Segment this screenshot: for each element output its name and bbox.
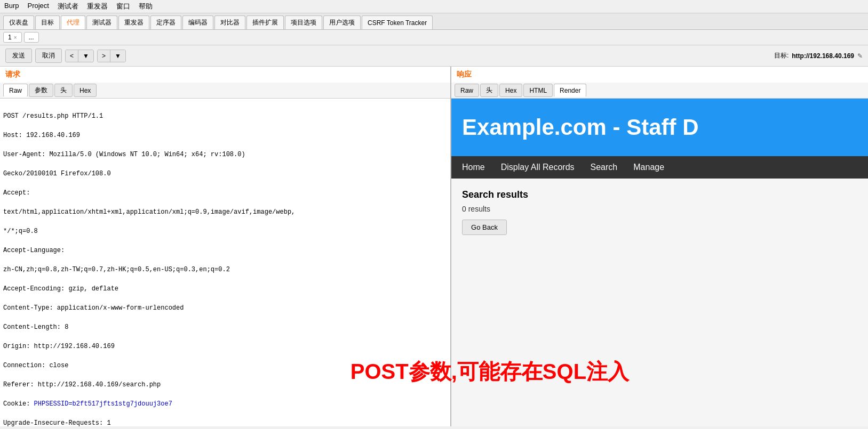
- request-line-3: User-Agent: Mozilla/5.0 (Windows NT 10.0…: [3, 150, 447, 159]
- toolbar: 发送 取消 < ▼ > ▼ 目标: http://192.168.40.169 …: [0, 45, 868, 67]
- prev-dropdown-button[interactable]: ▼: [78, 50, 93, 62]
- request-line-5: Accept:: [3, 188, 447, 198]
- target-url: http://192.168.40.169: [792, 52, 854, 60]
- request-scrollable: POST /results.php HTTP/1.1 Host: 192.168…: [0, 99, 450, 426]
- request-line-cookie: Cookie: PHPSESSID=b2ft517jfts1stg7jdouuj…: [3, 399, 447, 409]
- menu-bar: Burp Project 测试者 重发器 窗口 帮助: [0, 0, 868, 13]
- tab-sequencer[interactable]: 定序器: [150, 15, 181, 29]
- request-line-10: Accept-Encoding: gzip, deflate: [3, 284, 447, 294]
- request-tab-headers[interactable]: 头: [54, 84, 73, 97]
- tab-csrf[interactable]: CSRF Token Tracker: [362, 15, 433, 29]
- main-content: 请求 Raw 参数 头 Hex POST /results.php HTTP/1…: [0, 67, 868, 426]
- request-tab-hex[interactable]: Hex: [74, 84, 97, 97]
- tab-tester[interactable]: 测试器: [86, 15, 117, 29]
- response-tab-hex[interactable]: Hex: [499, 84, 522, 97]
- request-line-8: Accept-Language:: [3, 246, 447, 255]
- request-tabs: Raw 参数 头 Hex: [0, 83, 450, 99]
- instance-tabs: 1 × ...: [0, 30, 868, 45]
- prev-button[interactable]: <: [66, 50, 78, 62]
- response-tab-html[interactable]: HTML: [523, 84, 553, 97]
- target-label: 目标:: [774, 51, 789, 60]
- send-button[interactable]: 发送: [5, 48, 32, 63]
- tab-user-options[interactable]: 用户选项: [323, 15, 361, 29]
- instance-tab-1[interactable]: 1 ×: [3, 32, 22, 43]
- request-line-4: Gecko/20100101 Firefox/108.0: [3, 169, 447, 179]
- menu-project[interactable]: Project: [27, 2, 49, 11]
- tab-proxy[interactable]: 代理: [61, 15, 85, 29]
- response-tab-render[interactable]: Render: [554, 84, 586, 97]
- site-header: Example.com - Staff D: [451, 99, 868, 156]
- cancel-button[interactable]: 取消: [35, 48, 62, 63]
- request-tab-raw[interactable]: Raw: [3, 84, 28, 97]
- request-line-13: Origin: http://192.168.40.169: [3, 342, 447, 351]
- response-tabs: Raw 头 Hex HTML Render: [451, 83, 868, 99]
- menu-burp[interactable]: Burp: [4, 2, 19, 11]
- site-nav: Home Display All Records Search Manage: [451, 156, 868, 179]
- prev-nav-group: < ▼: [65, 50, 94, 62]
- site-body: Search results 0 results Go Back: [451, 179, 868, 246]
- request-line-6: text/html,application/xhtml+xml,applicat…: [3, 207, 447, 217]
- instance-tab-more[interactable]: ...: [24, 32, 39, 43]
- response-panel: 响应 Raw 头 Hex HTML Render Example.com - S…: [451, 67, 868, 426]
- next-button[interactable]: >: [98, 50, 110, 62]
- results-count: 0 results: [462, 205, 857, 213]
- request-line-11: Content-Type: application/x-www-form-url…: [3, 303, 447, 313]
- request-line-9: zh-CN,zh;q=0.8,zh-TW;q=0.7,zh-HK;q=0.5,e…: [3, 265, 447, 274]
- next-nav-group: > ▼: [97, 50, 126, 62]
- request-tab-params[interactable]: 参数: [29, 84, 53, 97]
- menu-tester[interactable]: 测试者: [58, 2, 78, 11]
- go-back-button[interactable]: Go Back: [462, 220, 507, 235]
- site-title: Example.com - Staff D: [462, 115, 857, 140]
- request-line-15: Referer: http://192.168.40.169/search.ph…: [3, 380, 447, 390]
- main-tab-bar: 仪表盘 目标 代理 测试器 重发器 定序器 编码器 对比器 插件扩展 项目选项 …: [0, 13, 868, 30]
- request-line-upgrade: Upgrade-Insecure-Requests: 1: [3, 418, 447, 426]
- response-title: 响应: [451, 67, 868, 83]
- edit-target-icon[interactable]: ✎: [857, 52, 863, 60]
- search-results-title: Search results: [462, 189, 857, 200]
- request-content[interactable]: POST /results.php HTTP/1.1 Host: 192.168…: [0, 99, 450, 426]
- cookie-value: PHPSESSID=b2ft517jfts1stg7jdouuj3oe7: [34, 400, 172, 408]
- tab-comparer[interactable]: 对比器: [214, 15, 245, 29]
- request-panel: 请求 Raw 参数 头 Hex POST /results.php HTTP/1…: [0, 67, 451, 426]
- nav-search[interactable]: Search: [591, 163, 618, 172]
- nav-home[interactable]: Home: [462, 163, 485, 172]
- request-line-2: Host: 192.168.40.169: [3, 131, 447, 140]
- request-title: 请求: [0, 67, 450, 83]
- tab-extensions[interactable]: 插件扩展: [246, 15, 284, 29]
- request-line-7: */*;q=0.8: [3, 226, 447, 236]
- close-tab-icon[interactable]: ×: [14, 35, 17, 41]
- tab-target[interactable]: 目标: [35, 15, 60, 29]
- request-line-14: Connection: close: [3, 361, 447, 370]
- target-info: 目标: http://192.168.40.169 ✎: [774, 51, 863, 60]
- request-line-12: Content-Length: 8: [3, 322, 447, 332]
- next-dropdown-button[interactable]: ▼: [110, 50, 125, 62]
- tab-dashboard[interactable]: 仪表盘: [3, 15, 34, 29]
- menu-help[interactable]: 帮助: [139, 2, 153, 11]
- response-render-content: Example.com - Staff D Home Display All R…: [451, 99, 868, 426]
- nav-manage[interactable]: Manage: [633, 163, 664, 172]
- tab-repeater[interactable]: 重发器: [118, 15, 149, 29]
- menu-window[interactable]: 窗口: [116, 2, 130, 11]
- menu-repeater[interactable]: 重发器: [87, 2, 108, 11]
- request-line-1: POST /results.php HTTP/1.1: [3, 111, 447, 121]
- response-tab-headers[interactable]: 头: [480, 84, 498, 97]
- nav-display-all[interactable]: Display All Records: [501, 163, 575, 172]
- response-tab-raw[interactable]: Raw: [455, 84, 479, 97]
- tab-project-options[interactable]: 项目选项: [285, 15, 322, 29]
- tab-encoder[interactable]: 编码器: [182, 15, 213, 29]
